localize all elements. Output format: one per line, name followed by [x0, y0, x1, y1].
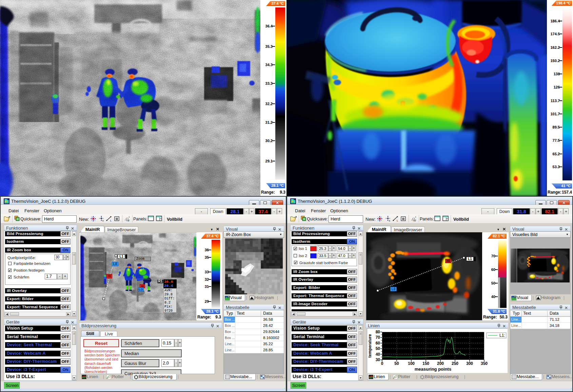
- svg-text:80: 80: [376, 330, 380, 334]
- svg-text:L: L: [397, 219, 398, 222]
- svg-text:50: 50: [376, 346, 380, 351]
- svg-text:L: L: [110, 219, 112, 222]
- svg-text:30: 30: [376, 357, 380, 362]
- svg-text:60: 60: [376, 341, 380, 346]
- svg-text:300: 300: [466, 361, 473, 366]
- svg-text:TS: TS: [413, 219, 416, 222]
- svg-text:40: 40: [376, 352, 380, 357]
- svg-text:temperature: temperature: [368, 334, 372, 358]
- svg-text:150: 150: [422, 361, 429, 366]
- svg-text:TS: TS: [126, 219, 129, 222]
- svg-text:0: 0: [381, 361, 383, 366]
- svg-text:measuring points: measuring points: [415, 367, 451, 372]
- svg-text:250: 250: [452, 361, 458, 366]
- svg-text:L1:: L1:: [499, 333, 505, 338]
- svg-text:70: 70: [376, 335, 380, 340]
- svg-text:s: s: [102, 219, 104, 222]
- svg-text:100: 100: [408, 361, 415, 366]
- svg-text:s: s: [389, 219, 390, 222]
- svg-text:200: 200: [437, 361, 444, 366]
- svg-text:350: 350: [481, 361, 488, 366]
- svg-text:50: 50: [394, 361, 399, 366]
